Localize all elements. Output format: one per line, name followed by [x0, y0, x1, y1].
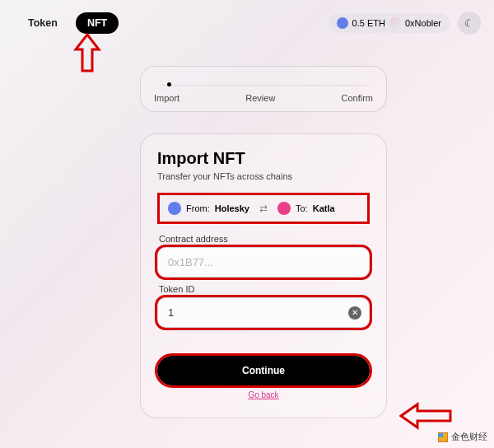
eth-icon	[337, 17, 348, 29]
step-dot-active	[167, 82, 171, 86]
annotation-arrow-left	[399, 402, 452, 430]
balance-pill[interactable]: 0.5 ETH 0xNobler	[329, 13, 450, 33]
contract-address-input[interactable]	[157, 247, 370, 278]
account-name: 0xNobler	[405, 18, 441, 28]
from-chain-name: Holesky	[215, 203, 249, 213]
moon-icon: ☾	[464, 17, 474, 30]
watermark-icon	[438, 432, 448, 442]
step-import: Import	[154, 93, 179, 103]
watermark-text: 金色财经	[451, 431, 487, 443]
import-card: Import NFT Transfer your NFTs across cha…	[140, 133, 387, 418]
to-chain-name: Katla	[313, 203, 335, 213]
to-label: To:	[296, 203, 308, 213]
avatar-icon	[389, 17, 401, 29]
go-back-link[interactable]: Go back	[157, 390, 370, 399]
tab-switcher: Token NFT	[16, 12, 119, 34]
token-id-input[interactable]	[157, 297, 370, 328]
from-label: From:	[186, 203, 210, 213]
from-chain-chip[interactable]: From: Holesky	[163, 198, 254, 218]
card-title: Import NFT	[157, 149, 370, 168]
stepper: Import Review Confirm	[140, 66, 387, 112]
token-id-label: Token ID	[159, 284, 370, 294]
card-subtitle: Transfer your NFTs across chains	[157, 171, 370, 181]
clear-icon[interactable]: ✕	[348, 306, 361, 320]
contract-address-label: Contract address	[159, 234, 370, 244]
watermark: 金色财经	[438, 431, 487, 443]
annotation-arrow-up	[72, 33, 102, 74]
chain-selector-row: From: Holesky ⇄ To: Katla	[157, 193, 370, 224]
balance-amount: 0.5 ETH	[352, 18, 385, 28]
step-review: Review	[245, 93, 275, 103]
theme-toggle[interactable]: ☾	[458, 12, 481, 35]
from-chain-icon	[168, 202, 181, 215]
tab-token[interactable]: Token	[16, 12, 69, 34]
step-confirm: Confirm	[341, 93, 373, 103]
continue-button[interactable]: Continue	[157, 356, 370, 385]
to-chain-icon	[277, 202, 291, 215]
tab-nft[interactable]: NFT	[76, 12, 119, 34]
swap-icon[interactable]: ⇄	[259, 203, 268, 214]
to-chain-chip[interactable]: To: Katla	[273, 198, 364, 218]
